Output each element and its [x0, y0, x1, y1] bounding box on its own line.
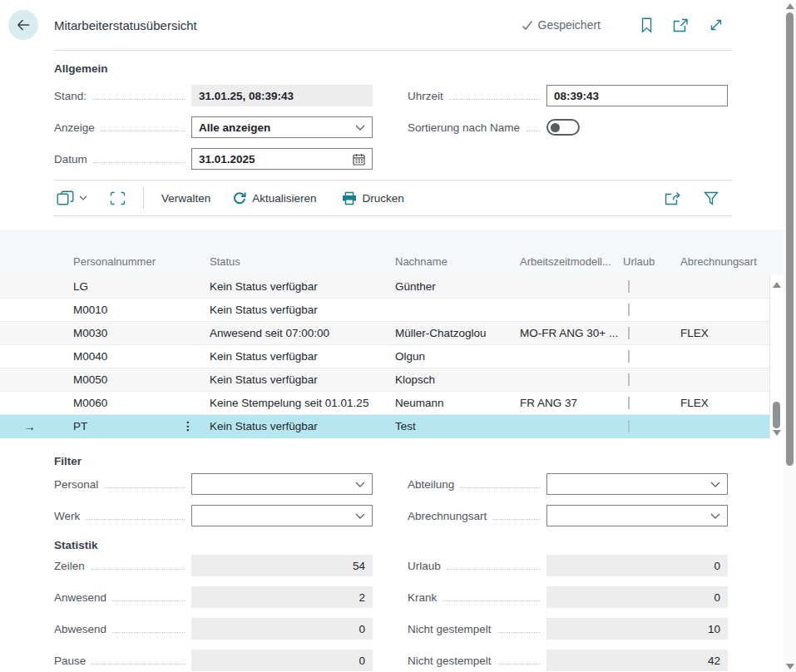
personal-select[interactable]	[191, 473, 373, 495]
cell-personalnummer[interactable]: LG	[73, 280, 210, 293]
urlaub-checkbox[interactable]	[628, 327, 630, 339]
urlaub-checkbox[interactable]	[628, 420, 630, 432]
abteilung-select[interactable]	[546, 473, 728, 495]
urlaub-checkbox[interactable]	[628, 373, 630, 386]
check-icon	[522, 20, 533, 31]
mitarbeiterstatusuebersicht-page: Mitarbeiterstatusübersicht Gespeichert	[0, 0, 796, 672]
page-scrollbar-thumb[interactable]	[786, 12, 794, 466]
selected-row-arrow-icon: →	[23, 419, 36, 433]
field-zeilen: Zeilen 54	[54, 555, 373, 576]
table-row[interactable]: → PT ⋮ Kein Status verfügbar Test	[0, 415, 769, 438]
personal-label: Personal	[54, 478, 98, 491]
filter-icon[interactable]	[704, 191, 719, 205]
stand-label: Stand:	[54, 90, 87, 102]
drucken-button[interactable]: Drucken	[342, 191, 404, 205]
expand-icon[interactable]	[709, 17, 724, 32]
verwalten-button[interactable]: Verwalten	[161, 192, 210, 205]
chevron-down-icon	[355, 125, 365, 131]
cell-personalnummer[interactable]: M0010	[73, 304, 210, 316]
table-row[interactable]: → LG ⋮ Kein Status verfügbar Günther	[0, 275, 769, 299]
cell-personalnummer[interactable]: M0050	[73, 373, 210, 386]
datum-input[interactable]: 31.01.2025	[191, 148, 373, 170]
verwalten-label: Verwalten	[161, 192, 210, 205]
field-stand: Stand: 31.01.25, 08:39:43	[54, 85, 373, 106]
column-header-arbeitszeitmodell[interactable]: Arbeitszeitmodell...	[520, 255, 621, 268]
sortierung-toggle[interactable]	[546, 119, 580, 136]
cell-personalnummer[interactable]: M0060	[73, 397, 210, 409]
table-row[interactable]: → M0010 ⋮ Kein Status verfügbar	[0, 299, 769, 322]
cell-nachname: Olgun	[395, 350, 520, 363]
cell-nachname: Neumann	[395, 397, 520, 409]
views-icon	[57, 190, 75, 205]
uhrzeit-input[interactable]: 08:39:43	[546, 85, 728, 106]
table-scrollbar[interactable]	[769, 275, 783, 438]
urlaub-checkbox[interactable]	[628, 397, 630, 409]
page-title: Mitarbeiterstatusübersicht	[54, 18, 197, 32]
urlaub-checkbox[interactable]	[628, 350, 630, 363]
table-toolbar: Verwalten Aktualisieren Drucken	[0, 180, 784, 215]
chevron-down-icon	[710, 482, 720, 487]
page-scrollbar[interactable]	[784, 0, 796, 672]
row-options-icon[interactable]: ⋮	[182, 419, 194, 432]
table-row[interactable]: → M0050 ⋮ Kein Status verfügbar Klopsch	[0, 368, 769, 392]
werk-select[interactable]	[191, 505, 373, 526]
cell-personalnummer[interactable]: M0040	[73, 350, 210, 363]
column-header-urlaub[interactable]: Urlaub	[621, 255, 671, 268]
uhrzeit-label: Uhrzeit	[408, 90, 443, 102]
abrechnungsart-select[interactable]	[546, 505, 728, 526]
page-scroll-down-arrow[interactable]	[786, 664, 794, 670]
cell-abrechnungsart: FLEX	[671, 327, 769, 339]
chevron-down-icon	[79, 195, 87, 200]
share-icon[interactable]	[665, 191, 681, 205]
saved-label: Gespeichert	[538, 18, 601, 32]
field-personal: Personal	[54, 473, 373, 495]
focus-mode-button[interactable]	[110, 191, 126, 205]
uhrzeit-value: 08:39:43	[554, 90, 599, 102]
abwesend-label: Abwesend	[54, 623, 106, 635]
column-header-nachname[interactable]: Nachname	[395, 255, 520, 268]
table-row[interactable]: → M0060 ⋮ Keine Stempelung seit 01.01.25…	[0, 392, 769, 415]
cell-status: Kein Status verfügbar	[210, 420, 395, 432]
arrow-left-icon	[15, 17, 32, 33]
column-header-status[interactable]: Status	[210, 255, 395, 268]
nicht-gestempelt-value-field: 10	[546, 618, 728, 640]
page-header: Mitarbeiterstatusübersicht Gespeichert	[0, 0, 784, 50]
urlaub-value-field: 0	[546, 555, 728, 576]
calendar-icon[interactable]	[353, 153, 365, 166]
open-in-window-icon[interactable]	[673, 18, 689, 32]
toggle-knob	[551, 123, 560, 132]
krank-value-field: 0	[546, 586, 728, 608]
page-scroll-up-arrow[interactable]	[786, 3, 794, 9]
views-button[interactable]	[57, 190, 87, 205]
urlaub-checkbox[interactable]	[628, 280, 630, 293]
cell-arbeitszeitmodell: FR ANG 37	[520, 397, 621, 409]
field-abwesend: Abwesend 0	[54, 618, 373, 640]
cell-nachname: Müller-Chatzoglou	[395, 327, 520, 339]
datum-label: Datum	[54, 153, 87, 166]
table-row[interactable]: → M0040 ⋮ Kein Status verfügbar Olgun	[0, 345, 769, 368]
cell-status: Kein Status verfügbar	[210, 304, 395, 316]
anzeige-value: Alle anzeigen	[199, 121, 270, 134]
cell-personalnummer[interactable]: M0030	[73, 327, 210, 339]
anzeige-select[interactable]: Alle anzeigen	[191, 116, 373, 138]
back-button[interactable]	[8, 10, 38, 40]
field-abteilung: Abteilung	[408, 473, 728, 495]
bookmark-icon[interactable]	[640, 17, 653, 33]
aktualisieren-button[interactable]: Aktualisieren	[233, 191, 316, 205]
nicht-gestempelt-2-value-field: 42	[546, 650, 728, 671]
cell-status: Anwesend seit 07:00:00	[210, 327, 395, 339]
scroll-down-arrow[interactable]	[773, 430, 781, 436]
table-row[interactable]: → M0030 ⋮ Anwesend seit 07:00:00 Müller-…	[0, 322, 769, 345]
column-header-personalnummer[interactable]: Personalnummer	[73, 255, 210, 268]
werk-label: Werk	[54, 510, 80, 522]
scroll-up-arrow[interactable]	[773, 282, 781, 288]
urlaub-checkbox[interactable]	[628, 304, 630, 316]
cell-status: Kein Status verfügbar	[210, 280, 395, 293]
chevron-down-icon	[355, 482, 365, 487]
zeilen-value-field: 54	[191, 555, 373, 576]
scrollbar-thumb[interactable]	[773, 402, 780, 428]
column-header-abrechnungsart[interactable]: Abrechnungsart	[671, 255, 769, 268]
abrechnungsart-label: Abrechnungsart	[408, 510, 487, 522]
cell-status: Kein Status verfügbar	[210, 350, 395, 363]
anzeige-label: Anzeige	[54, 121, 95, 134]
